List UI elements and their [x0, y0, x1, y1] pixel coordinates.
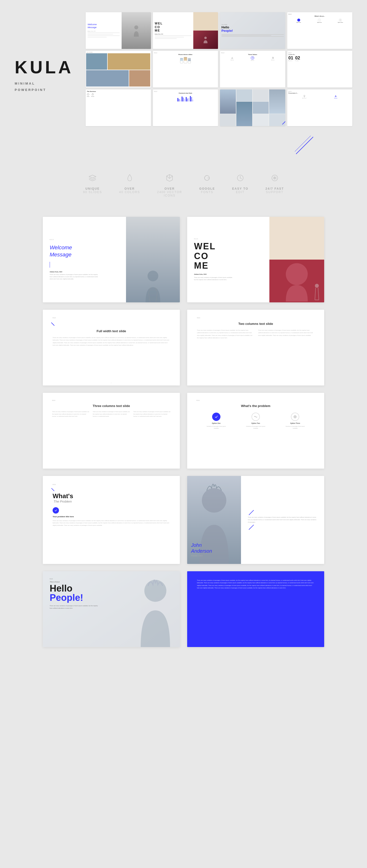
large-twocol-title: Two columns text slide	[197, 322, 314, 326]
svg-point-10	[304, 95, 305, 96]
feature-google-fonts: GOOGLE FONTS	[199, 171, 215, 197]
large-slide-welcome2[interactable]: KULA WELCOME Addam Kula, CEO There are m…	[187, 217, 324, 302]
easy-edit-label-sub: EDIT	[232, 190, 248, 194]
large-preview-row-4: KULA What's The Problem Your problem tit…	[20, 476, 347, 564]
svg-point-20	[286, 263, 308, 285]
twocol-left: There are many variations of passages of…	[197, 329, 253, 339]
large-whats-text: There are many variations of passages of…	[53, 520, 170, 527]
hero-slides-grid: WelcomeMessage Addam Kula, CEO	[86, 12, 352, 132]
threecol-2: There are many variations of passages of…	[93, 411, 130, 418]
hello-final-main: HelloPeople!	[50, 584, 173, 602]
problem-option-3: Option Three Variations of passages lore…	[285, 413, 305, 429]
large-whats-subtitle: The Problem	[54, 500, 170, 503]
large-fullwidth-text: There are many variations of passages of…	[53, 336, 170, 347]
large-slide-problem[interactable]: KULA What's the problem Option One Varia…	[187, 393, 324, 469]
large-slide-john[interactable]: JohnAnderson Founder / CEO There are man…	[187, 476, 324, 564]
asterisk-icon	[268, 171, 281, 185]
brand-subtitle: MINIMAL POWERPOINT	[15, 81, 78, 93]
over-colors-label-main: OVER	[119, 187, 140, 190]
large-slide-fullwidth[interactable]: KULA Full width text slide There are man…	[43, 310, 180, 385]
easy-edit-label-main: EASY TO	[232, 187, 248, 190]
features-section: UNIQUE 90 SLIDES OVER 40 COLORS OVER 240…	[0, 161, 367, 212]
slides-row-2: Our Portfolio KULA Phone device slides	[86, 51, 352, 88]
large-whats-problem-title: Your problem title here	[53, 516, 170, 518]
drop-icon	[123, 171, 136, 185]
content-rev-title: Content Re...	[288, 54, 351, 55]
slide-thumb-gallery[interactable]	[220, 90, 285, 126]
g-icon	[200, 171, 214, 185]
three-values-title: Three Values	[221, 54, 284, 55]
slides-row-3: The Services Social Product KULA Cluster…	[86, 90, 352, 126]
slide-thumb-presentation[interactable]: KULA Presentation A... Who we are? Showc…	[287, 90, 352, 126]
chart-slide-title: Clustered chart Style	[154, 92, 217, 94]
svg-point-1	[204, 37, 207, 39]
brand-section: KULA MINIMAL POWERPOINT	[15, 12, 78, 132]
john-quote: There are many variations of passages of…	[248, 516, 317, 524]
slide-thumb-welcome[interactable]: WelcomeMessage Addam Kula, CEO	[86, 12, 151, 49]
problem-slide-title: What's the pr...	[288, 16, 351, 17]
slide-thumb-phone[interactable]: KULA Phone device slides	[153, 51, 218, 88]
hello-title: HelloPeople!	[221, 26, 284, 33]
over-icons-label-main: OVER	[157, 187, 182, 190]
over-icons-label-sub: 2400 VECTOR ICONS	[157, 190, 182, 197]
slide-thumb-content-review[interactable]: KULA Content Re... 01 About Us 02 Portfo…	[287, 51, 352, 88]
svg-point-21	[315, 284, 319, 288]
slide-thumb-portfolio[interactable]: Our Portfolio	[86, 51, 151, 88]
support-label-main: 24/7 FAST	[265, 187, 284, 190]
john-title: Founder / CEO	[191, 555, 212, 557]
problem-option-1: Option One Variations of passages lorem …	[206, 413, 226, 429]
hero-deco-lines	[0, 132, 367, 161]
svg-point-2	[340, 20, 341, 21]
large-slide-whats[interactable]: KULA What's The Problem Your problem tit…	[43, 476, 180, 564]
large-previews-section: KULA WelcomeMessage Addam Kula, CEO Ther…	[0, 212, 367, 662]
threecol-3: There are many variations of passages of…	[133, 411, 171, 418]
threecol-1: There are many variations of passages of…	[52, 411, 89, 418]
slide-thumb-services[interactable]: The Services Social Product	[86, 90, 151, 126]
clock-icon	[233, 171, 247, 185]
feature-easy-edit: EASY TO EDIT	[232, 171, 248, 197]
large-preview-row-3: KULA Three columns text slide There are …	[20, 393, 347, 469]
welcome-slide-title: WelcomeMessage	[88, 23, 120, 29]
large-preview-row-5: KULA This is KULA HelloPeople! There are…	[20, 571, 347, 647]
svg-point-3	[252, 57, 253, 58]
slide-thumb-welcome2[interactable]: WELCOME Addam Kula, CEO	[153, 12, 218, 49]
slide-thumb-problem[interactable]: KULA What's the pr... Option One Option …	[287, 12, 352, 49]
large-slide-hello-final[interactable]: KULA This is KULA HelloPeople! There are…	[43, 571, 180, 647]
large-preview-row-1: KULA WelcomeMessage Addam Kula, CEO Ther…	[20, 217, 347, 302]
services-title: The Services	[87, 91, 150, 92]
layers-icon	[86, 171, 99, 185]
john-name: JohnAnderson	[191, 542, 212, 554]
over-colors-label-sub: 40 COLORS	[119, 190, 140, 194]
feature-support: 24/7 FAST SUPPORT	[265, 171, 284, 197]
svg-line-11	[296, 137, 313, 154]
hero-section: KULA MINIMAL POWERPOINT WelcomeMessage A…	[0, 0, 367, 132]
blue-slide-text: There are many variations of passages of…	[197, 579, 314, 589]
large-whats-title: What's	[53, 493, 170, 500]
feature-over-icons: OVER 2400 VECTOR ICONS	[157, 171, 182, 197]
google-fonts-label-main: GOOGLE	[199, 187, 215, 190]
welcome-person-img	[121, 12, 151, 49]
svg-point-4	[87, 93, 89, 95]
pres-slide-title: Presentation A...	[288, 92, 351, 94]
large-slide-welcome[interactable]: KULA WelcomeMessage Addam Kula, CEO Ther…	[43, 217, 180, 302]
problem-option-2: Option Two Variations of passages lorem …	[246, 413, 265, 429]
feature-over-colors: OVER 40 COLORS	[119, 171, 140, 197]
large-slide-blue[interactable]: There are many variations of passages of…	[187, 571, 324, 647]
svg-point-23	[202, 488, 226, 513]
slide-thumb-hello[interactable]: This is KULA HelloPeople!	[220, 12, 285, 49]
google-fonts-label-sub: FONTS	[199, 190, 215, 194]
large-slide-threecol[interactable]: KULA Three columns text slide There are …	[43, 393, 180, 469]
large-welcome-person	[126, 217, 180, 302]
large-slide-twocol[interactable]: KULA Two columns text slide There are ma…	[187, 310, 324, 385]
large-preview-row-2: KULA Full width text slide There are man…	[20, 310, 347, 385]
large-problem-title: What's the problem	[196, 404, 315, 408]
large-welcome2-title: WELCOME	[194, 242, 262, 271]
slide-thumb-chart[interactable]: KULA Clustered chart Style	[153, 90, 218, 126]
slides-row-1: WelcomeMessage Addam Kula, CEO	[86, 12, 352, 49]
slide-thumb-three-values[interactable]: KULA Three Values Write here Write here	[220, 51, 285, 88]
phone-slide-title: Phone device slides	[154, 54, 217, 55]
unique-slides-label-main: UNIQUE	[83, 187, 102, 190]
large-welcome-title: WelcomeMessage	[50, 244, 119, 258]
large-threecol-title: Three columns text slide	[52, 404, 171, 408]
cube-icon	[163, 171, 176, 185]
